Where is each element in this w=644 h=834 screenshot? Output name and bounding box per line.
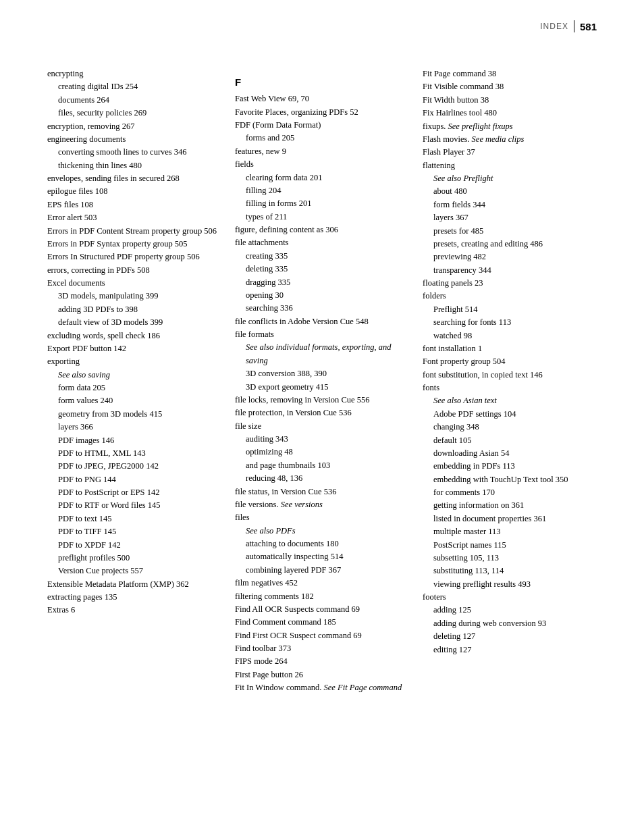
index-entry: See also individual formats, exporting, … [235,341,409,367]
page-number: 581 [580,21,597,32]
index-entry: form fields 344 [423,199,597,211]
index-entry: Find Comment command 185 [235,616,409,629]
index-entry: file versions. See versions [235,498,409,511]
index-entry: automatically inspecting 514 [235,550,409,563]
index-entry: PDF to RTF or Word files 145 [47,499,221,512]
index-entry: Find All OCR Suspects command 69 [235,603,409,616]
index-entry: editing 127 [423,644,597,656]
column-2: Fit Page command 38Fit Visible command 3… [423,68,597,695]
index-entry: combining layered PDF 367 [235,564,409,577]
index-entry: clearing form data 201 [235,172,409,184]
index-entry: filling in forms 201 [235,197,409,210]
index-entry: embedding in PDFs 113 [423,460,597,473]
index-entry: PDF to TIFF 145 [47,525,221,538]
index-entry: adding during web conversion 93 [423,617,597,630]
index-entry: See also saving [47,369,221,382]
index-entry: PDF to PostScript or EPS 142 [47,486,221,499]
index-entry: Fit Page command 38 [423,68,597,80]
index-entry: presets for 485 [423,225,597,238]
index-entry: Fit Width button 38 [423,94,597,107]
index-entry: Font property group 504 [423,355,597,368]
index-entry: file size [235,420,409,433]
index-entry: footers [423,591,597,604]
index-entry: getting information on 361 [423,499,597,512]
index-entry: Find First OCR Suspect command 69 [235,629,409,642]
index-entry: Fit In Window command. See Fit Page comm… [235,681,409,694]
index-entry: Extensible Metadata Platform (XMP) 362 [47,578,221,591]
index-entry: Fast Web View 69, 70 [235,93,409,105]
index-entry: Adobe PDF settings 104 [423,408,597,421]
index-entry: attaching to documents 180 [235,538,409,550]
index-entry: fonts [423,382,597,394]
index-entry: errors, correcting in PDFs 508 [47,264,221,277]
index-entry: envelopes, sending files in secured 268 [47,172,221,185]
index-entry: EPS files 108 [47,199,221,211]
index-entry: file formats [235,328,409,341]
index-entry: reducing 48, 136 [235,472,409,485]
index-entry: geometry from 3D models 415 [47,408,221,421]
index-entry: file locks, removing in Version Cue 556 [235,394,409,407]
index-entry: PDF to HTML, XML 143 [47,447,221,460]
column-1: FFast Web View 69, 70Favorite Places, or… [235,68,423,695]
index-entry: previewing 482 [423,251,597,263]
index-entry: subsetting 105, 113 [423,552,597,565]
index-entry: Error alert 503 [47,211,221,224]
index-entry: file conflicts in Adobe Version Cue 548 [235,315,409,328]
index-entry: FDF (Form Data Format) [235,119,409,132]
index-entry: downloading Asian 54 [423,447,597,460]
index-entry: Version Cue projects 557 [47,565,221,577]
index-entry: transparency 344 [423,264,597,277]
index-entry: Errors in PDF Syntax property group 505 [47,238,221,251]
index-entry: types of 211 [235,211,409,224]
index-entry: converting smooth lines to curves 346 [47,146,221,159]
index-entry: PDF to PNG 144 [47,473,221,486]
index-entry: thickening thin lines 480 [47,159,221,172]
index-entry: PDF to text 145 [47,513,221,525]
index-entry: PDF images 146 [47,434,221,447]
index-entry: layers 367 [423,211,597,224]
index-entry: Flash Player 37 [423,146,597,159]
index-entry: fixups. See preflight fixups [423,120,597,133]
index-entry: auditing 343 [235,433,409,446]
index-entry: features, new 9 [235,145,409,158]
index-columns: encryptingcreating digital IDs 254docume… [47,68,597,695]
index-entry: form data 205 [47,382,221,394]
section-letter-F: F [235,74,409,90]
index-entry: Flash movies. See media clips [423,133,597,146]
index-entry: optimizing 48 [235,446,409,459]
page: INDEX 581 encryptingcreating digital IDs… [0,0,644,834]
index-entry: opening 30 [235,289,409,302]
index-entry: Excel documents [47,277,221,290]
index-entry: watched 98 [423,330,597,342]
index-entry: substituting 113, 114 [423,565,597,577]
index-entry: adding 3D PDFs to 398 [47,303,221,316]
index-entry: See also Preflight [423,172,597,185]
index-entry: figure, defining content as 306 [235,224,409,236]
index-entry: See also PDFs [235,525,409,538]
index-entry: Favorite Places, organizing PDFs 52 [235,106,409,119]
index-entry: file attachments [235,236,409,249]
index-entry: Extras 6 [47,604,221,617]
page-header: INDEX 581 [540,20,597,32]
index-entry: Preflight 514 [423,303,597,316]
index-entry: Errors in PDF Content Stream property gr… [47,225,221,238]
index-entry: creating digital IDs 254 [47,80,221,93]
index-entry: 3D export geometry 415 [235,381,409,394]
index-entry: First Page button 26 [235,669,409,681]
index-entry: Find toolbar 373 [235,642,409,655]
index-entry: exporting [47,355,221,368]
index-entry: encrypting [47,68,221,80]
index-entry: layers 366 [47,421,221,434]
index-entry: changing 348 [423,421,597,434]
index-entry: PDF to XPDF 142 [47,539,221,552]
index-entry: folders [423,290,597,303]
index-entry: Fit Visible command 38 [423,80,597,93]
index-entry: default view of 3D models 399 [47,316,221,329]
index-entry: filling 204 [235,184,409,197]
index-entry: file status, in Version Cue 536 [235,486,409,498]
index-entry: 3D conversion 388, 390 [235,367,409,380]
column-0: encryptingcreating digital IDs 254docume… [47,68,235,695]
index-entry: about 480 [423,185,597,198]
index-entry: form values 240 [47,394,221,407]
index-entry: Fix Hairlines tool 480 [423,107,597,120]
